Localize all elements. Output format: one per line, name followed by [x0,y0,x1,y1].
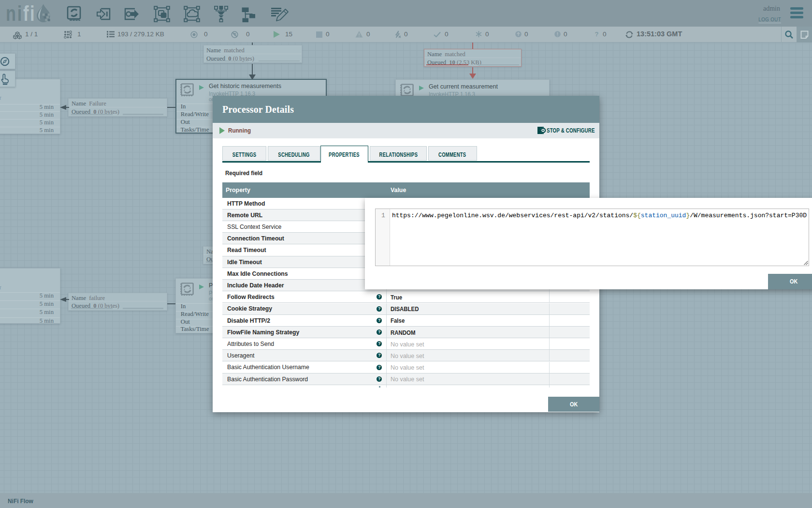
svg-text:?: ? [595,30,599,38]
